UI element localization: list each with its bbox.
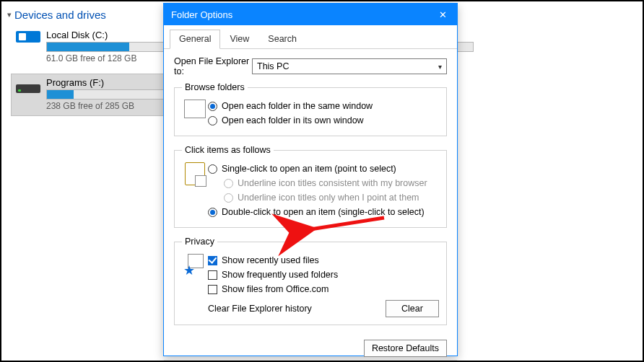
drive-icon	[16, 79, 40, 93]
close-icon: ✕	[439, 9, 447, 20]
tab-general[interactable]: General	[170, 30, 220, 49]
dialog-title: Folder Options	[171, 9, 428, 20]
checkbox-icon	[208, 285, 217, 294]
radio-double-click[interactable]: Double-click to open an item (single-cli…	[208, 206, 439, 218]
radio-underline-browser: Underline icon titles consistent with my…	[224, 177, 439, 190]
radio-single-click[interactable]: Single-click to open an item (point to s…	[208, 162, 439, 175]
clear-button[interactable]: Clear	[386, 300, 439, 317]
radio-icon	[224, 179, 233, 188]
radio-icon	[208, 116, 217, 125]
radio-icon	[224, 193, 233, 203]
drive-icon	[16, 31, 40, 45]
radio-icon	[208, 208, 217, 217]
click-items-group: Click items as follows Single-click to o…	[174, 145, 447, 228]
quick-access-icon	[185, 254, 205, 275]
clear-history-label: Clear File Explorer history	[208, 304, 312, 314]
restore-defaults-button[interactable]: Restore Defaults	[364, 340, 447, 357]
radio-underline-point: Underline icon titles only when I point …	[224, 191, 439, 204]
checkbox-icon	[208, 256, 217, 265]
folder-options-dialog: Folder Options ✕ General View Search Ope…	[163, 3, 458, 356]
checkbox-show-frequent[interactable]: Show frequently used folders	[208, 268, 439, 281]
close-button[interactable]: ✕	[428, 4, 457, 25]
radio-open-own-window[interactable]: Open each folder in its own window	[208, 114, 439, 127]
browse-folders-legend: Browse folders	[182, 82, 248, 92]
checkbox-show-office[interactable]: Show files from Office.com	[208, 283, 439, 296]
tab-bar: General View Search	[164, 25, 457, 49]
open-explorer-label: Open File Explorer to:	[174, 56, 252, 76]
privacy-group: Privacy Show recently used files Show fr…	[174, 237, 447, 325]
tab-view[interactable]: View	[220, 30, 258, 48]
privacy-legend: Privacy	[182, 237, 217, 247]
checkbox-show-recent[interactable]: Show recently used files	[208, 254, 439, 267]
tab-search[interactable]: Search	[258, 30, 306, 48]
window-icon	[184, 100, 206, 118]
radio-icon	[208, 164, 217, 174]
radio-icon	[208, 102, 217, 111]
document-cursor-icon	[185, 162, 205, 185]
titlebar[interactable]: Folder Options ✕	[164, 4, 457, 25]
click-items-legend: Click items as follows	[182, 145, 274, 155]
dialog-body: Open File Explorer to: This PC ▾ Browse …	[164, 49, 457, 340]
chevron-down-icon: ▾	[7, 10, 12, 19]
open-explorer-value: This PC	[257, 61, 289, 71]
chevron-down-icon: ▾	[438, 63, 442, 71]
browse-folders-group: Browse folders Open each folder in the s…	[174, 82, 447, 136]
checkbox-icon	[208, 270, 217, 280]
radio-open-same-window[interactable]: Open each folder in the same window	[208, 100, 439, 112]
section-title: Devices and drives	[14, 9, 106, 21]
open-explorer-select[interactable]: This PC ▾	[252, 58, 447, 74]
